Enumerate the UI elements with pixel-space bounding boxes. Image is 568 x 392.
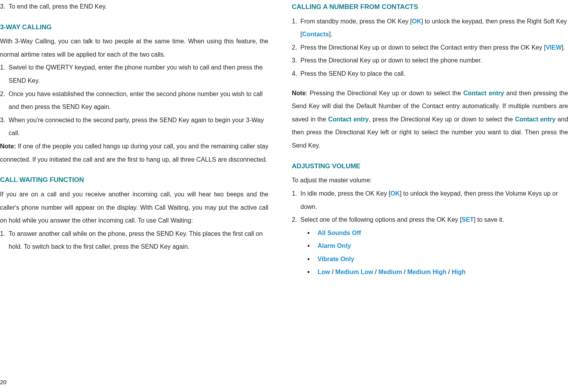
list-number: 1. xyxy=(292,15,300,41)
note-3-way: Note: If one of the people you called ha… xyxy=(0,140,268,166)
key-contacts: Contacts xyxy=(302,31,329,37)
list-text: In idle mode, press the OK Key [OK] to u… xyxy=(300,187,568,213)
bullet-icon: • xyxy=(307,253,318,266)
key-ok: OK xyxy=(412,18,421,25)
contacts-step-2: 2. Press the Directional Key up or down … xyxy=(292,41,568,54)
3way-step-3: 3. When you're connected to the second p… xyxy=(0,114,268,140)
contacts-step-4: 4. Press the SEND Key to place the call. xyxy=(292,67,568,80)
option-label: Alarm Only xyxy=(318,239,351,253)
list-number: 2. xyxy=(0,87,9,114)
list-text: Select one of the following options and … xyxy=(300,213,568,226)
volume-option-levels: • Low / Medium Low / Medium / Medium Hig… xyxy=(292,265,568,279)
intro-3-way: With 3-Way Calling, you can talk to two … xyxy=(0,35,268,61)
page-number: 20 xyxy=(0,376,7,388)
contacts-step-3: 3. Press the Directional Key up or down … xyxy=(292,54,568,67)
note-text: If one of the people you called hangs up… xyxy=(0,143,268,163)
key-ok: OK xyxy=(390,190,400,197)
list-number: 3. xyxy=(0,0,9,13)
list-number: 2. xyxy=(292,213,300,226)
list-text: To answer another call while on the phon… xyxy=(9,227,268,253)
heading-calling-contacts: CALLING A NUMBER FROM CONTACTS xyxy=(292,0,568,14)
key-view: VIEW xyxy=(546,44,562,51)
contact-entry-term: Contact entry xyxy=(328,116,369,123)
contact-entry-term: Contact entry xyxy=(515,116,555,123)
note-label: Note: xyxy=(0,143,16,150)
bullet-icon: • xyxy=(307,265,318,279)
list-text: Press the SEND Key to place the call. xyxy=(300,67,568,80)
note-contacts: Note: Pressing the Directional Key up or… xyxy=(292,87,568,152)
list-text: Once you have established the connection… xyxy=(9,87,268,114)
volume-option-vibrate-only: • Vibrate Only xyxy=(292,253,568,266)
volume-option-alarm-only: • Alarm Only xyxy=(292,239,568,253)
list-number: 1. xyxy=(292,187,300,213)
list-text: Press the Directional Key up or down to … xyxy=(300,54,568,67)
heading-adjusting-volume: ADJUSTING VOLUME xyxy=(292,159,568,173)
3way-step-2: 2. Once you have established the connect… xyxy=(0,87,268,114)
option-label: Low / Medium Low / Medium / Medium High … xyxy=(318,265,466,279)
note-label: Note xyxy=(292,90,306,96)
volume-step-1: 1. In idle mode, press the OK Key [OK] t… xyxy=(292,187,568,213)
end-call-step: 3. To end the call, press the END Key. xyxy=(0,0,268,13)
cw-step-1: 1. To answer another call while on the p… xyxy=(0,227,268,253)
intro-volume: To adjust the master volume: xyxy=(292,174,568,187)
list-text: Press the Directional Key up or down to … xyxy=(300,41,568,54)
volume-option-all-sounds-off: • All Sounds Off xyxy=(292,226,568,240)
list-number: 1. xyxy=(0,227,9,253)
contacts-step-1: 1. From standby mode, press the OK Key [… xyxy=(292,15,568,41)
key-set: SET xyxy=(462,216,474,223)
list-text: When you're connected to the second part… xyxy=(9,114,268,140)
list-number: 4. xyxy=(292,67,300,80)
heading-3-way-calling: 3-WAY CALLING xyxy=(0,20,268,34)
list-number: 1. xyxy=(0,61,9,87)
heading-call-waiting: CALL WAITING FUNCTION xyxy=(0,173,268,187)
list-text: From standby mode, press the OK Key [OK]… xyxy=(300,15,568,41)
3way-step-1: 1. Swivel to the QWERTY keypad, enter th… xyxy=(0,61,268,87)
option-label: Vibrate Only xyxy=(318,253,354,266)
bullet-icon: • xyxy=(307,226,318,240)
intro-call-waiting: If you are on a call and you receive ano… xyxy=(0,188,268,227)
list-number: 3. xyxy=(0,114,9,140)
list-text: Swivel to the QWERTY keypad, enter the p… xyxy=(9,61,268,87)
list-number: 3. xyxy=(292,54,300,67)
bullet-icon: • xyxy=(307,239,318,253)
list-text: To end the call, press the END Key. xyxy=(9,0,268,13)
volume-step-2: 2. Select one of the following options a… xyxy=(292,213,568,226)
contact-entry-term: Contact entry xyxy=(463,90,504,96)
option-label: All Sounds Off xyxy=(318,226,361,240)
list-number: 2. xyxy=(292,41,300,54)
